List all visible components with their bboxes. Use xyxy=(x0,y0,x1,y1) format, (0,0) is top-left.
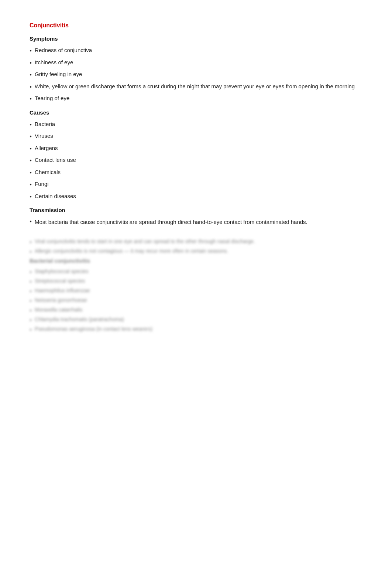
list-item: Contact lens use xyxy=(30,156,362,164)
page-container: Conjunctivitis Symptoms Redness of conju… xyxy=(0,0,392,365)
blurred-list-item: Moraxella catarrhalis xyxy=(30,307,362,313)
blurred-list-item: Chlamydia trachomatis (paratrachoma) xyxy=(30,316,362,322)
list-item: Certain diseases xyxy=(30,192,362,201)
list-item: Bacteria xyxy=(30,120,362,129)
blurred-list-item: Viral conjunctivitis tends to start in o… xyxy=(30,238,362,244)
transmission-heading: Transmission xyxy=(30,207,362,213)
symptoms-section: Symptoms Redness of conjunctiva Itchines… xyxy=(30,35,362,103)
blurred-content: Viral conjunctivitis tends to start in o… xyxy=(30,238,362,332)
list-item: Redness of conjunctiva xyxy=(30,46,362,55)
transmission-section: Transmission ● Most bacteria that cause … xyxy=(30,207,362,232)
blurred-list-item: Staphylococcal species xyxy=(30,268,362,274)
causes-section: Causes Bacteria Viruses Allergens Contac… xyxy=(30,109,362,201)
blurred-list-item: Pseudomonas aeruginosa (in contact lens … xyxy=(30,326,362,332)
transmission-list: ● Most bacteria that cause conjunctiviti… xyxy=(30,218,362,232)
causes-heading: Causes xyxy=(30,109,362,116)
list-item: Allergens xyxy=(30,144,362,153)
blurred-list-item: Streptococcal species xyxy=(30,278,362,284)
list-item: Gritty feeling in eye xyxy=(30,70,362,79)
page-title: Conjunctivitis xyxy=(30,22,362,29)
causes-list: Bacteria Viruses Allergens Contact lens … xyxy=(30,120,362,201)
list-item: Tearing of eye xyxy=(30,94,362,103)
blurred-list-item: Allergic conjunctivitis is not contagiou… xyxy=(30,248,362,254)
title-block: Conjunctivitis xyxy=(30,22,362,29)
list-item: Viruses xyxy=(30,132,362,140)
list-item: Chemicals xyxy=(30,168,362,177)
list-item: White, yellow or green discharge that fo… xyxy=(30,82,362,91)
blurred-heading: Bacterial conjunctivitis xyxy=(30,258,362,264)
symptoms-heading: Symptoms xyxy=(30,35,362,42)
blurred-list-item: Neisseria gonorrhoeae xyxy=(30,297,362,303)
list-item: ● Most bacteria that cause conjunctiviti… xyxy=(30,218,362,232)
blurred-list-item: Haemophilus influenzae xyxy=(30,288,362,293)
bullet-dot: ● xyxy=(30,219,32,223)
list-item: Fungi xyxy=(30,180,362,188)
symptoms-list: Redness of conjunctiva Itchiness of eye … xyxy=(30,46,362,103)
list-item: Itchiness of eye xyxy=(30,58,362,67)
